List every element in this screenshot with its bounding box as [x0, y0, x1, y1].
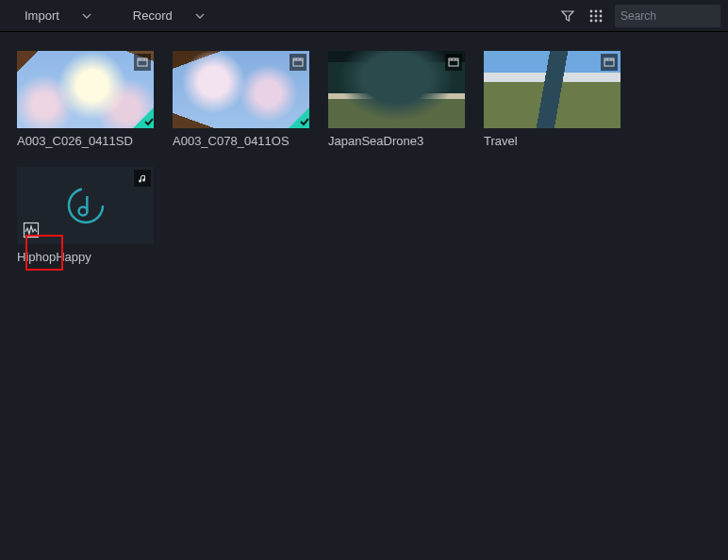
media-thumbnail[interactable] [484, 51, 620, 128]
music-note-icon [134, 170, 151, 187]
media-thumbnail[interactable] [17, 51, 154, 128]
svg-point-3 [590, 14, 593, 17]
video-clip-icon [134, 54, 151, 71]
svg-rect-11 [138, 58, 147, 66]
svg-rect-19 [449, 58, 458, 66]
svg-point-4 [595, 14, 598, 17]
svg-point-1 [595, 9, 598, 12]
beat-detection-icon[interactable] [20, 219, 42, 241]
media-label: HiphopHappy [17, 250, 154, 264]
svg-rect-15 [293, 58, 303, 66]
chevron-down-icon [82, 11, 91, 21]
svg-point-2 [600, 9, 603, 12]
record-label: Record [133, 8, 173, 23]
video-clip-icon [445, 54, 462, 71]
search-field[interactable] [615, 5, 720, 27]
video-clip-icon [601, 54, 618, 71]
media-item[interactable]: A003_C026_0411SD [17, 51, 154, 148]
media-item[interactable]: A003_C078_0411OS [173, 51, 309, 148]
video-clip-icon [290, 54, 306, 71]
media-thumbnail[interactable] [17, 167, 154, 244]
media-label: JapanSeaDrone3 [328, 134, 465, 148]
filter-icon[interactable] [556, 5, 579, 27]
grid-view-icon[interactable] [585, 5, 607, 27]
import-dropdown[interactable]: Import [17, 5, 99, 26]
used-in-timeline-icon [289, 107, 309, 128]
record-dropdown[interactable]: Record [125, 5, 212, 26]
svg-point-27 [69, 189, 103, 222]
svg-point-6 [590, 19, 593, 22]
search-input[interactable] [620, 9, 728, 23]
media-thumbnail[interactable] [173, 51, 309, 128]
svg-point-8 [600, 19, 603, 22]
media-label: Travel [484, 134, 620, 148]
import-label: Import [25, 8, 59, 23]
toolbar: Import Record [0, 0, 728, 32]
svg-rect-23 [604, 58, 614, 66]
media-label: A003_C026_0411SD [17, 134, 154, 148]
media-label: A003_C078_0411OS [173, 134, 309, 148]
used-in-timeline-icon [133, 107, 154, 128]
media-grid: A003_C026_0411SD A003_C078_0411OS JapanS… [0, 32, 728, 283]
media-item[interactable]: Travel [484, 51, 620, 148]
audio-waveform-icon [65, 185, 107, 226]
media-thumbnail[interactable] [328, 51, 465, 128]
svg-point-0 [590, 9, 593, 12]
svg-point-7 [595, 19, 598, 22]
media-item[interactable]: JapanSeaDrone3 [328, 51, 465, 148]
media-item[interactable]: HiphopHappy [17, 167, 154, 264]
svg-point-5 [600, 14, 603, 17]
chevron-down-icon [195, 11, 205, 21]
